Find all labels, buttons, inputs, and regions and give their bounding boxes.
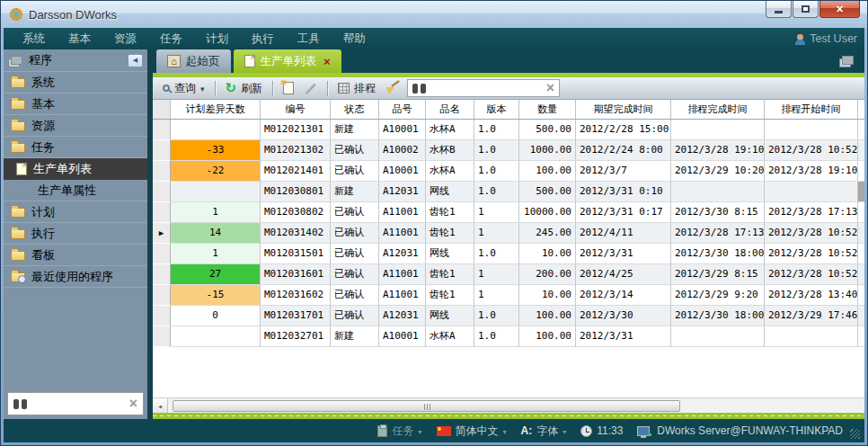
cell-diff: -33 (171, 140, 261, 161)
scrollbar-thumb[interactable] (173, 400, 680, 412)
row-selector-cell[interactable] (153, 264, 171, 285)
row-selector-cell[interactable] (153, 326, 171, 347)
table-row[interactable]: M012032701新建A10001水杯A1.0100.002012/3/31 (153, 326, 864, 347)
menu-item[interactable]: 基本 (57, 28, 102, 49)
sidebar-item-label: 生产单属性 (38, 183, 96, 199)
table-row[interactable]: M012021301新建A10001水杯A1.0500.002012/2/28 … (153, 120, 864, 140)
new-button[interactable] (280, 81, 297, 95)
edit-button[interactable] (301, 86, 320, 91)
table-row[interactable]: 0M012031701已确认A12031网线1.0100.002012/3/30… (153, 306, 864, 326)
menu-item[interactable]: 资源 (102, 28, 148, 49)
resize-grip-icon[interactable] (850, 429, 860, 439)
menu-item[interactable]: 计划 (194, 28, 240, 49)
sidebar-search-clear-icon[interactable] (129, 396, 137, 412)
scroll-left-button[interactable] (153, 398, 168, 413)
column-header-expect[interactable]: 期望完成时间 (576, 100, 671, 119)
tab[interactable]: 生产单列表 (234, 49, 341, 73)
sidebar-item[interactable]: 执行 (4, 223, 147, 245)
server-name: DWorks Server@FUNWAY-THINKPAD (657, 424, 843, 437)
cell-version: 1.0 (474, 182, 519, 202)
user-badge[interactable]: Test User (794, 32, 857, 45)
cell-status: 已确认 (331, 306, 379, 326)
tab-close-icon[interactable] (323, 55, 331, 68)
column-header-flag[interactable]: 首 (858, 100, 864, 119)
row-selector-cell[interactable] (153, 120, 171, 140)
row-selector-cell[interactable] (153, 202, 171, 223)
schedule-button[interactable]: 排程 (335, 80, 378, 97)
column-header-item_name[interactable]: 品名 (426, 100, 474, 119)
table-row[interactable]: 1M012031501已确认A12031网线1.010.002012/3/312… (153, 244, 864, 264)
bottom-splitter[interactable] (153, 413, 864, 419)
programs-icon (11, 56, 22, 65)
language-menu[interactable]: 简体中文 (437, 424, 507, 439)
column-header-diff[interactable]: 计划差异天数 (171, 100, 261, 119)
maximize-button[interactable] (793, 1, 819, 18)
menu-item[interactable]: 系统 (11, 28, 57, 49)
column-header-qty[interactable]: 数量 (519, 100, 576, 119)
minimize-button[interactable] (766, 1, 792, 18)
horizontal-scrollbar[interactable] (153, 397, 864, 413)
cell-sched_start (765, 326, 858, 347)
cell-version: 1 (474, 202, 519, 223)
tab[interactable]: 起始页 (156, 49, 231, 73)
query-button[interactable]: 查询 (160, 80, 208, 97)
table-row[interactable]: -15M012031602已确认A11001齿轮1110.002012/3/14… (153, 285, 864, 306)
row-selector-cell[interactable] (153, 140, 171, 161)
calculator-icon (338, 83, 350, 94)
font-menu[interactable]: A: 字体 (521, 424, 567, 439)
column-header-code[interactable]: 编号 (261, 100, 331, 119)
table-row[interactable]: 27M012031601已确认A11001齿轮11200.002012/4/25… (153, 264, 864, 285)
cell-diff: 27 (171, 264, 261, 285)
cell-code: M012030801 (261, 182, 331, 202)
table-row[interactable]: -22M012021401已确认A10001水杯A1.0100.002012/3… (153, 161, 864, 182)
toolbar-search-clear-icon[interactable] (546, 82, 554, 95)
sidebar-collapse-button[interactable] (128, 54, 143, 67)
cell-diff (171, 326, 261, 347)
table-row[interactable]: M012030801新建A12031网线1.0500.002012/3/31 0… (153, 182, 864, 202)
menu-item[interactable]: 工具 (286, 28, 332, 49)
sidebar-item[interactable]: 生产单属性 (4, 180, 147, 201)
sidebar-item[interactable]: 最近使用的程序 (4, 266, 147, 288)
sidebar-item[interactable]: 看板 (4, 245, 147, 266)
row-selector-cell[interactable] (153, 244, 171, 264)
menu-item[interactable]: 任务 (148, 28, 194, 49)
menu-item[interactable]: 执行 (240, 28, 286, 49)
table-row[interactable]: 1M012030802已确认A11001齿轮1110000.002012/3/3… (153, 202, 864, 223)
sidebar-item[interactable]: 任务 (4, 137, 147, 158)
sidebar-item[interactable]: 系统 (4, 72, 147, 94)
menu-item[interactable]: 帮助 (332, 28, 377, 49)
sidebar-item[interactable]: 基本 (4, 94, 147, 115)
cell-version: 1.0 (474, 244, 519, 264)
sidebar-item[interactable]: 计划 (4, 201, 147, 223)
column-header-status[interactable]: 状态 (331, 100, 379, 119)
toolbar-search-input[interactable] (430, 82, 542, 94)
sidebar-search-input[interactable] (31, 397, 125, 410)
row-selector-cell[interactable] (153, 285, 171, 306)
cell-expect: 2012/2/28 15:00 (576, 120, 671, 140)
row-selector-cell[interactable] (153, 161, 171, 182)
china-flag-icon (437, 426, 451, 436)
cell-item_no: A10001 (379, 161, 426, 182)
close-button[interactable] (819, 1, 860, 18)
column-header-item_no[interactable]: 品号 (379, 100, 426, 119)
folder-icon (11, 143, 25, 153)
refresh-button[interactable]: 刷新 (223, 80, 266, 97)
title-bar[interactable]: Darsson DWorks (1, 1, 867, 28)
current-row-selector[interactable] (153, 223, 171, 244)
task-menu[interactable]: 任务 (377, 424, 421, 439)
sidebar-item-label: 看板 (31, 247, 55, 263)
refresh-icon (226, 82, 237, 95)
table-row[interactable]: -33M012021302已确认A10002水杯B1.01000.002012/… (153, 140, 864, 161)
row-selector-cell[interactable] (153, 306, 171, 326)
table-row[interactable]: 14M012031402已确认A11001齿轮11245.002012/4/11… (153, 223, 864, 244)
windows-list-icon[interactable] (842, 56, 854, 65)
column-header-sched_start[interactable]: 排程开始时间 (765, 100, 858, 119)
cell-status: 新建 (331, 326, 379, 347)
sidebar-item[interactable]: 资源 (4, 115, 147, 137)
column-header-version[interactable]: 版本 (474, 100, 519, 119)
column-header-sched_end[interactable]: 排程完成时间 (671, 100, 765, 119)
sidebar-item[interactable]: 生产单列表 (4, 158, 147, 180)
clean-button[interactable] (383, 81, 403, 96)
cell-sched_end (671, 120, 765, 140)
row-selector-cell[interactable] (153, 182, 171, 202)
